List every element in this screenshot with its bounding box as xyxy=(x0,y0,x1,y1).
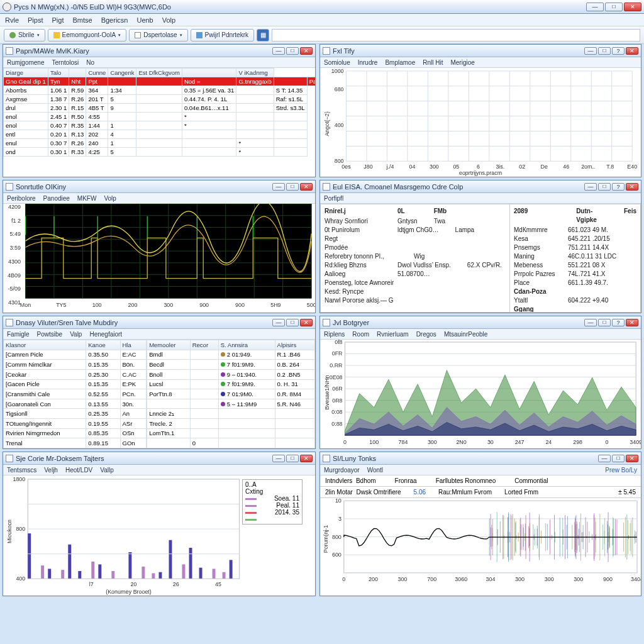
panel-close[interactable]: ✕ xyxy=(300,319,313,326)
address-bar[interactable] xyxy=(272,29,640,42)
svg-rect-115 xyxy=(41,565,44,579)
maximize-button[interactable]: ☐ xyxy=(605,3,623,11)
panel-max[interactable]: ☐ xyxy=(286,455,299,462)
params-right: 2089Dutn-VgipkeFeis МdКmmmre661.023 49 M… xyxy=(509,204,640,313)
panel-max[interactable]: ☐ xyxy=(286,183,299,191)
svg-text:46: 46 xyxy=(563,164,569,170)
panel-empty-chart: Fxl Tify —☐?✕ Somiolue Inrudre Bmplamoe … xyxy=(319,44,641,177)
panel-menu-item[interactable]: Porfipfl xyxy=(324,195,343,202)
panel-menu-item[interactable]: Wontl xyxy=(367,467,383,474)
toolbar-icon[interactable]: ▦ xyxy=(257,29,269,42)
panel-min[interactable]: — xyxy=(272,455,285,462)
svg-text:eoprtrijyns.pracm: eoprtrijyns.pracm xyxy=(459,170,502,176)
panel-min[interactable]: — xyxy=(272,183,285,191)
toolbar-button-1[interactable]: Sbrile▾ xyxy=(4,29,45,42)
panel-menu-item[interactable]: Henegfaiort xyxy=(89,331,122,338)
panel-min[interactable]: — xyxy=(584,319,597,326)
panel-menu-item[interactable]: Dregos xyxy=(416,331,436,338)
panel-menu-item[interactable]: Volp xyxy=(104,195,116,202)
panel-title-text: SI/Luny Tonks xyxy=(333,455,596,462)
panel-icon xyxy=(323,183,330,191)
panel-menu-item[interactable]: Murgrdoayor xyxy=(324,467,360,474)
panel-help[interactable]: ? xyxy=(612,319,625,326)
panel-menu-item[interactable]: MKFW xyxy=(77,195,97,202)
panel-help[interactable]: ? xyxy=(612,47,625,55)
panel-menu-item[interactable]: No xyxy=(86,59,94,66)
panel-menu-item[interactable]: Tentsmscs xyxy=(7,467,36,474)
panel-min[interactable]: — xyxy=(598,455,611,462)
svg-text:784: 784 xyxy=(399,439,408,445)
panel-close[interactable]: ✕ xyxy=(626,319,638,326)
panel-menu-item[interactable]: Panodiee xyxy=(43,195,70,202)
minimize-button[interactable]: — xyxy=(586,3,604,11)
svg-text:900: 900 xyxy=(235,302,245,308)
toolbar-button-4[interactable]: Pwijrl Pdnrtekrk xyxy=(191,29,254,42)
panel-menu-item[interactable]: Valp xyxy=(70,331,82,338)
panel-close[interactable]: ✕ xyxy=(300,183,313,191)
panel-menu-item[interactable]: Rvnierluam xyxy=(377,331,409,338)
panel-close[interactable]: ✕ xyxy=(300,47,313,55)
panel-min[interactable]: — xyxy=(272,47,285,55)
panel-menu-item[interactable]: Merigioe xyxy=(450,59,474,66)
panel-menu-item[interactable]: Bmplamoe xyxy=(385,59,415,66)
svg-text:3060: 3060 xyxy=(455,576,467,582)
panel-menu-item[interactable]: Somiolue xyxy=(324,59,350,66)
close-button[interactable]: ✕ xyxy=(624,3,641,11)
panel-close[interactable]: ✕ xyxy=(626,455,638,462)
menu-item[interactable]: Pipst xyxy=(28,16,43,24)
panel-link[interactable]: Prew Bo/Ly xyxy=(605,467,637,474)
list-right[interactable]: MemoolerRecorS. AnnsiraAlpisirsBmdl2 01:… xyxy=(147,340,315,448)
panel-menu-item[interactable]: Heot/LDV xyxy=(65,467,92,474)
panel-menu-item[interactable]: MtsauinrPeoble xyxy=(444,331,487,338)
menu-item[interactable]: Bmtse xyxy=(72,16,92,24)
panel-menu-item[interactable]: Rnll Hit xyxy=(423,59,443,66)
menu-item[interactable]: Rvle xyxy=(5,16,19,24)
panel-close[interactable]: ✕ xyxy=(300,455,313,462)
menu-item[interactable]: Uenb xyxy=(136,16,153,24)
summary-row-2: 2lin Motar Dwsk Omtrifiere 5.06 Rau:Mmlu… xyxy=(320,487,641,498)
panel-min[interactable]: — xyxy=(272,319,285,326)
panel-menu-item[interactable]: Veljh xyxy=(44,467,58,474)
panel-menu-item[interactable]: Rumjgomene xyxy=(7,59,44,66)
panel-menu-item[interactable]: Famigle xyxy=(7,331,30,338)
panel-menu-item[interactable]: Peribolore xyxy=(7,195,36,202)
svg-text:900: 900 xyxy=(603,576,613,582)
toolbar-button-3[interactable]: Dspertolase▾ xyxy=(129,29,187,42)
noise-chart: 103800600 020030070030603043003003009003… xyxy=(320,498,641,586)
svg-text:0R8: 0R8 xyxy=(332,397,342,404)
panel-menu-item[interactable]: Room xyxy=(352,331,369,338)
panel-menu-item[interactable]: Inrudre xyxy=(358,59,378,66)
panel-close[interactable]: ✕ xyxy=(626,47,638,55)
panel-min[interactable]: — xyxy=(584,183,597,191)
menu-item[interactable]: Pigt xyxy=(52,16,64,24)
panel-menu-item[interactable]: Terntolosi xyxy=(52,59,79,66)
svg-text:5H9: 5H9 xyxy=(270,302,280,308)
list-left[interactable]: KlasnorKanoeHla[Camren Picle0.35.50E:AC[… xyxy=(3,340,147,448)
panel-close[interactable]: ✕ xyxy=(626,183,638,191)
panel-max[interactable]: ☐ xyxy=(598,183,611,191)
panel-max[interactable]: ☐ xyxy=(286,319,299,326)
svg-text:2om..: 2om.. xyxy=(581,164,595,170)
svg-text:300: 300 xyxy=(430,164,439,170)
svg-text:400: 400 xyxy=(335,122,344,128)
svg-text:j./4: j./4 xyxy=(386,164,394,170)
panel-min[interactable]: — xyxy=(584,47,597,55)
panel-menu-item[interactable]: Riplens xyxy=(324,331,345,338)
panel-max[interactable]: ☐ xyxy=(598,319,611,326)
toolbar-button-2[interactable]: Eemomguont-OoIA▾ xyxy=(48,29,127,42)
panel-help[interactable]: ? xyxy=(612,183,625,191)
panel-title-text: Papn/MAWe MvlK.Kiary xyxy=(16,47,270,55)
svg-text:04: 04 xyxy=(409,164,415,170)
panel-max[interactable]: ☐ xyxy=(286,47,299,55)
menu-item[interactable]: Bgericsn xyxy=(101,16,128,24)
menu-item[interactable]: Volp xyxy=(162,16,175,24)
svg-text:(Konurney Brooet): (Konurney Brooet) xyxy=(106,589,152,595)
panel-menu-item[interactable]: Vallp xyxy=(100,467,114,474)
panel-max[interactable]: ☐ xyxy=(612,455,625,462)
panel-noise: SI/Luny Tonks —☐✕ Murgrdoayor Wontl Prew… xyxy=(319,452,641,596)
panel-title-text: Sje Corie Mr-Doksem Tajters xyxy=(16,455,270,462)
params-left: Rnirel.j0LFMb Whray SornfioriGntysnTwa0t… xyxy=(321,204,509,308)
panel-menu-item[interactable]: Powtsibe xyxy=(37,331,63,338)
panel-max[interactable]: ☐ xyxy=(598,47,611,55)
data-table[interactable]: DiargeTaloCunneCangenkEst DfkCkgvomV iKa… xyxy=(3,68,315,157)
